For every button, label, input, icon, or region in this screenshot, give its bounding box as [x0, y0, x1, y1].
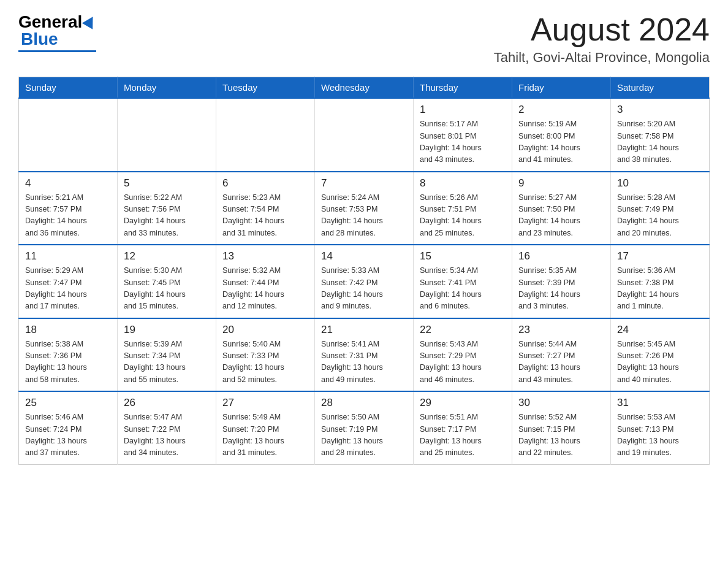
day-number: 20: [222, 324, 308, 336]
calendar-cell: 5Sunrise: 5:22 AMSunset: 7:56 PMDaylight…: [118, 172, 216, 245]
calendar-cell: 15Sunrise: 5:34 AMSunset: 7:41 PMDayligh…: [414, 245, 512, 318]
calendar-cell: 25Sunrise: 5:46 AMSunset: 7:24 PMDayligh…: [19, 391, 118, 464]
day-number: 25: [25, 397, 111, 409]
day-number: 27: [222, 397, 308, 409]
calendar-body: 1Sunrise: 5:17 AMSunset: 8:01 PMDaylight…: [19, 98, 710, 464]
day-info: Sunrise: 5:34 AMSunset: 7:41 PMDaylight:…: [420, 265, 506, 313]
day-number: 17: [617, 250, 703, 262]
day-info: Sunrise: 5:49 AMSunset: 7:20 PMDaylight:…: [222, 412, 308, 459]
day-info: Sunrise: 5:52 AMSunset: 7:15 PMDaylight:…: [518, 412, 604, 459]
calendar-cell: 16Sunrise: 5:35 AMSunset: 7:39 PMDayligh…: [512, 245, 611, 318]
day-info: Sunrise: 5:21 AMSunset: 7:57 PMDaylight:…: [25, 192, 111, 240]
day-info: Sunrise: 5:39 AMSunset: 7:34 PMDaylight:…: [124, 339, 210, 386]
calendar-week-row: 25Sunrise: 5:46 AMSunset: 7:24 PMDayligh…: [19, 391, 710, 464]
calendar-day-header: Tuesday: [216, 77, 315, 99]
calendar-cell: 11Sunrise: 5:29 AMSunset: 7:47 PMDayligh…: [19, 245, 118, 318]
calendar-cell: [216, 98, 315, 172]
day-number: 16: [518, 250, 604, 262]
day-info: Sunrise: 5:50 AMSunset: 7:19 PMDaylight:…: [321, 412, 407, 459]
calendar-week-row: 18Sunrise: 5:38 AMSunset: 7:36 PMDayligh…: [19, 318, 710, 392]
calendar-day-header: Sunday: [19, 77, 118, 99]
calendar-cell: 7Sunrise: 5:24 AMSunset: 7:53 PMDaylight…: [315, 172, 414, 245]
day-number: 10: [617, 177, 703, 190]
calendar-cell: 6Sunrise: 5:23 AMSunset: 7:54 PMDaylight…: [216, 172, 315, 245]
day-number: 22: [420, 324, 506, 336]
calendar-day-header: Wednesday: [315, 77, 414, 99]
day-info: Sunrise: 5:36 AMSunset: 7:38 PMDaylight:…: [617, 265, 703, 313]
day-number: 21: [321, 324, 407, 336]
day-info: Sunrise: 5:28 AMSunset: 7:49 PMDaylight:…: [617, 192, 703, 240]
calendar-cell: 30Sunrise: 5:52 AMSunset: 7:15 PMDayligh…: [512, 391, 611, 464]
calendar-cell: 2Sunrise: 5:19 AMSunset: 8:00 PMDaylight…: [512, 98, 611, 172]
logo: General Blue: [18, 12, 96, 52]
calendar-cell: 14Sunrise: 5:33 AMSunset: 7:42 PMDayligh…: [315, 245, 414, 318]
day-number: 19: [124, 324, 210, 336]
day-number: 3: [617, 104, 703, 116]
calendar-cell: 12Sunrise: 5:30 AMSunset: 7:45 PMDayligh…: [118, 245, 216, 318]
day-number: 8: [420, 177, 506, 190]
calendar-cell: 9Sunrise: 5:27 AMSunset: 7:50 PMDaylight…: [512, 172, 611, 245]
calendar-cell: 23Sunrise: 5:44 AMSunset: 7:27 PMDayligh…: [512, 318, 611, 392]
day-number: 12: [124, 250, 210, 262]
calendar-cell: 21Sunrise: 5:41 AMSunset: 7:31 PMDayligh…: [315, 318, 414, 392]
calendar-cell: 29Sunrise: 5:51 AMSunset: 7:17 PMDayligh…: [414, 391, 512, 464]
day-number: 24: [617, 324, 703, 336]
calendar-day-header: Thursday: [414, 77, 512, 99]
day-info: Sunrise: 5:46 AMSunset: 7:24 PMDaylight:…: [25, 412, 111, 459]
calendar-cell: 19Sunrise: 5:39 AMSunset: 7:34 PMDayligh…: [118, 318, 216, 392]
day-info: Sunrise: 5:47 AMSunset: 7:22 PMDaylight:…: [124, 412, 210, 459]
page-header: General Blue August 2024 Tahilt, Govi-Al…: [18, 12, 710, 66]
calendar-cell: 13Sunrise: 5:32 AMSunset: 7:44 PMDayligh…: [216, 245, 315, 318]
day-info: Sunrise: 5:41 AMSunset: 7:31 PMDaylight:…: [321, 339, 407, 386]
day-number: 4: [25, 177, 111, 190]
calendar-week-row: 11Sunrise: 5:29 AMSunset: 7:47 PMDayligh…: [19, 245, 710, 318]
calendar-cell: 18Sunrise: 5:38 AMSunset: 7:36 PMDayligh…: [19, 318, 118, 392]
calendar-cell: 24Sunrise: 5:45 AMSunset: 7:26 PMDayligh…: [611, 318, 710, 392]
calendar-day-header: Friday: [512, 77, 611, 99]
calendar-day-header: Monday: [118, 77, 216, 99]
calendar-cell: 26Sunrise: 5:47 AMSunset: 7:22 PMDayligh…: [118, 391, 216, 464]
day-info: Sunrise: 5:30 AMSunset: 7:45 PMDaylight:…: [124, 265, 210, 313]
day-info: Sunrise: 5:33 AMSunset: 7:42 PMDaylight:…: [321, 265, 407, 313]
day-info: Sunrise: 5:35 AMSunset: 7:39 PMDaylight:…: [518, 265, 604, 313]
calendar-cell: 20Sunrise: 5:40 AMSunset: 7:33 PMDayligh…: [216, 318, 315, 392]
day-info: Sunrise: 5:51 AMSunset: 7:17 PMDaylight:…: [420, 412, 506, 459]
day-number: 31: [617, 397, 703, 409]
calendar-cell: 28Sunrise: 5:50 AMSunset: 7:19 PMDayligh…: [315, 391, 414, 464]
day-number: 23: [518, 324, 604, 336]
day-info: Sunrise: 5:26 AMSunset: 7:51 PMDaylight:…: [420, 192, 506, 240]
day-info: Sunrise: 5:43 AMSunset: 7:29 PMDaylight:…: [420, 339, 506, 386]
calendar-table: SundayMondayTuesdayWednesdayThursdayFrid…: [18, 77, 710, 465]
calendar-week-row: 1Sunrise: 5:17 AMSunset: 8:01 PMDaylight…: [19, 98, 710, 172]
day-info: Sunrise: 5:29 AMSunset: 7:47 PMDaylight:…: [25, 265, 111, 313]
day-info: Sunrise: 5:22 AMSunset: 7:56 PMDaylight:…: [124, 192, 210, 240]
calendar-cell: [315, 98, 414, 172]
day-info: Sunrise: 5:44 AMSunset: 7:27 PMDaylight:…: [518, 339, 604, 386]
title-block: August 2024 Tahilt, Govi-Altai Province,…: [494, 12, 710, 66]
day-number: 26: [124, 397, 210, 409]
page-title: August 2024: [494, 12, 710, 47]
day-number: 18: [25, 324, 111, 336]
day-number: 9: [518, 177, 604, 190]
day-info: Sunrise: 5:23 AMSunset: 7:54 PMDaylight:…: [222, 192, 308, 240]
page-subtitle: Tahilt, Govi-Altai Province, Mongolia: [494, 50, 710, 66]
calendar-week-row: 4Sunrise: 5:21 AMSunset: 7:57 PMDaylight…: [19, 172, 710, 245]
day-number: 13: [222, 250, 308, 262]
day-number: 14: [321, 250, 407, 262]
calendar-cell: 17Sunrise: 5:36 AMSunset: 7:38 PMDayligh…: [611, 245, 710, 318]
day-number: 29: [420, 397, 506, 409]
calendar-cell: 4Sunrise: 5:21 AMSunset: 7:57 PMDaylight…: [19, 172, 118, 245]
day-info: Sunrise: 5:19 AMSunset: 8:00 PMDaylight:…: [518, 118, 604, 166]
day-info: Sunrise: 5:53 AMSunset: 7:13 PMDaylight:…: [617, 412, 703, 459]
day-info: Sunrise: 5:27 AMSunset: 7:50 PMDaylight:…: [518, 192, 604, 240]
calendar-day-header: Saturday: [611, 77, 710, 99]
day-number: 1: [420, 104, 506, 116]
day-info: Sunrise: 5:38 AMSunset: 7:36 PMDaylight:…: [25, 339, 111, 386]
day-info: Sunrise: 5:40 AMSunset: 7:33 PMDaylight:…: [222, 339, 308, 386]
calendar-cell: 3Sunrise: 5:20 AMSunset: 7:58 PMDaylight…: [611, 98, 710, 172]
day-number: 6: [222, 177, 308, 190]
day-number: 7: [321, 177, 407, 190]
calendar-cell: 31Sunrise: 5:53 AMSunset: 7:13 PMDayligh…: [611, 391, 710, 464]
calendar-cell: 22Sunrise: 5:43 AMSunset: 7:29 PMDayligh…: [414, 318, 512, 392]
day-number: 28: [321, 397, 407, 409]
